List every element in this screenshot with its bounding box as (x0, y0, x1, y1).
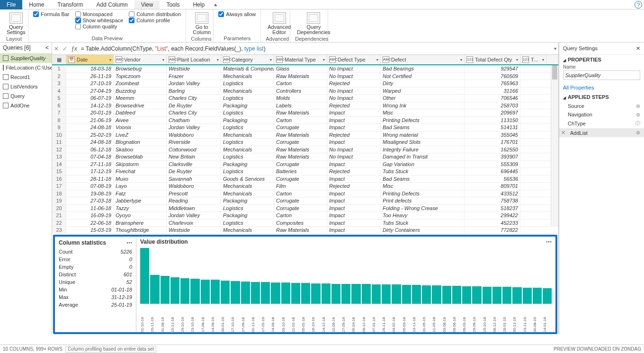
table-row[interactable]: 506-07-19MeemmCharles CityLogisticsMolds… (52, 95, 558, 102)
bar (462, 286, 471, 304)
filter-icon[interactable]: ▾ (270, 58, 272, 62)
table-row[interactable]: 1628-11-18MuxoSavannahGoods & ServicesCo… (52, 176, 558, 183)
properties-header[interactable]: ◢PROPERTIES (559, 55, 644, 64)
menu-file[interactable]: File (0, 0, 22, 9)
chk-column-profile[interactable]: Column profile (129, 18, 181, 23)
table-row[interactable]: 327-10-19ZoombeatJordan ValleyLogisticsC… (52, 80, 558, 88)
column-header-date[interactable]: 📅Date▾ (66, 55, 114, 64)
expand-formula-icon[interactable]: ▾ (554, 46, 556, 51)
fx-icon[interactable]: ƒx (71, 45, 77, 52)
applied-step-chtype[interactable]: ChTypeⓘ (559, 119, 644, 128)
filter-icon[interactable]: ▾ (109, 58, 111, 62)
stat-row: Error0 (59, 256, 132, 262)
table-row[interactable]: 2011-06-18TazzyMiddletownLogisticsCorrug… (52, 205, 558, 212)
chk-always-allow[interactable]: Always allow (218, 11, 256, 17)
vertical-scrollbar[interactable] (551, 65, 558, 226)
filter-icon[interactable]: ▾ (516, 58, 518, 62)
table-row[interactable]: 1819-08-19FatzPrescottMechanicalsCartonI… (52, 190, 558, 198)
chk-formula-bar[interactable]: Formula Bar (33, 11, 70, 17)
chk-column-distribution[interactable]: Column distribution (129, 11, 181, 17)
stats-more-icon[interactable]: ⋯ (126, 239, 132, 246)
applied-step-source[interactable]: Source⚙ (559, 102, 644, 110)
applied-step-addlist[interactable]: ✕AddList⚙ (559, 128, 644, 137)
column-header-category[interactable]: ABCCategory▾ (221, 55, 274, 64)
advanced-editor-button[interactable]: Advanced Editor (266, 11, 293, 36)
table-row[interactable]: 226-11-19TopiczoomFrazerMechanicalsRaw M… (52, 73, 558, 80)
gear-icon[interactable]: ⚙ (636, 104, 640, 109)
commit-icon[interactable]: ✓ (63, 45, 67, 52)
chk-column-quality[interactable]: Column quality (75, 24, 124, 29)
query-item-4[interactable]: Query (0, 91, 52, 101)
table-row[interactable]: 1307-04-18BrowseblabNew BritainLogistics… (52, 153, 558, 161)
filter-icon[interactable]: ▾ (323, 58, 325, 62)
table-row[interactable]: 1707-08-19LayoWaldoboroMechanicalsFilmRe… (52, 183, 558, 190)
table-row[interactable]: 821-06-19AiveeChathamPackagingCartonImpa… (52, 117, 558, 124)
collapse-icon[interactable]: < (45, 44, 49, 51)
menu-help[interactable]: Help (186, 0, 211, 9)
row-number: 12 (52, 146, 66, 153)
menu-addcolumn[interactable]: Add Column (90, 0, 134, 9)
table-row[interactable]: 427-04-19BuzzdogBarlingMechanicalsContro… (52, 88, 558, 95)
delete-step-icon[interactable]: ✕ (561, 130, 565, 136)
query-item-0[interactable]: SupplierQuality (0, 53, 52, 63)
table-row[interactable]: 614-12-19BrowsedriveDe RuyterPackagingLa… (52, 102, 558, 110)
column-header-total-defect-qty[interactable]: 123Total Defect Qty▾ (465, 55, 520, 64)
dist-more-icon[interactable]: ⋯ (546, 238, 552, 245)
chk-monospaced[interactable]: Monospaced (75, 11, 124, 17)
table-row[interactable]: 1025-02-19LiveZWaldoboroMechanicalsRaw M… (52, 132, 558, 139)
axis-label: 25-10-18 (483, 305, 492, 332)
filter-icon[interactable]: ▾ (542, 58, 544, 62)
query-item-1[interactable]: FileLocation (C:\Users... (0, 63, 52, 72)
table-row[interactable]: 118-03-18BrowsebugWestsideMaterials & Co… (52, 65, 558, 73)
table-row[interactable]: 1427-11-18SkipstormClarksvillePackagingC… (52, 161, 558, 168)
cancel-icon[interactable]: ✕ (54, 45, 59, 52)
column-header-defect-type[interactable]: ABCDefect Type▾ (327, 55, 381, 64)
menu-tools[interactable]: Tools (160, 0, 186, 9)
row-header-corner[interactable]: ▦ (52, 55, 66, 64)
menu-home[interactable]: Home (22, 0, 51, 9)
menu-transform[interactable]: Transform (51, 0, 89, 9)
cell: Savannah (167, 176, 221, 183)
help-icon[interactable]: ? (635, 1, 642, 9)
table-row[interactable]: 1927-03-18JabbertypeReadingPackagingCorr… (52, 197, 558, 205)
table-row[interactable]: 1124-08-18BlognationRiversideLogisticsCo… (52, 139, 558, 146)
gear-icon[interactable]: ⚙ (636, 130, 640, 135)
table-row[interactable]: 2315-03-19ThoughtbridgeWestsideMechanica… (52, 227, 558, 234)
filter-icon[interactable]: ▾ (460, 58, 462, 62)
collapse-ribbon-icon[interactable]: ▲ (211, 2, 220, 7)
gear-icon[interactable]: ⚙ (636, 112, 640, 117)
table-row[interactable]: 1517-12-19FivechatDe RuyterLogisticsBatt… (52, 168, 558, 176)
column-header-material-type[interactable]: ABCMaterial Type▾ (274, 55, 327, 64)
info-icon[interactable]: ⓘ (635, 120, 640, 127)
type-icon: ABC (223, 56, 230, 63)
query-name-input[interactable]: SupplierQuality (563, 71, 640, 80)
query-item-3[interactable]: ListVendors (0, 82, 52, 91)
query-item-2[interactable]: Record1 (0, 72, 52, 82)
table-row[interactable]: 2116-09-19OyoyoJordan ValleyPackagingCar… (52, 212, 558, 220)
filter-icon[interactable]: ▾ (217, 58, 219, 62)
query-settings-button[interactable]: Query Settings (5, 11, 27, 36)
cell: 28-11-18 (66, 176, 114, 183)
query-item-5[interactable]: AddOne (0, 101, 52, 110)
table-row[interactable]: 720-01-19DabfeedCharles CityLogisticsRaw… (52, 109, 558, 117)
applied-step-navigation[interactable]: Navigation⚙ (559, 110, 644, 119)
chk-show-whitespace[interactable]: Show whitespace (75, 18, 124, 23)
all-properties-link[interactable]: All Properties (559, 83, 644, 92)
go-to-column-button[interactable]: Go to Column (191, 11, 213, 36)
filter-icon[interactable]: ▾ (376, 58, 378, 62)
table-row[interactable]: 1206-12-18SkabooCottonwoodMechanicalsRaw… (52, 146, 558, 154)
column-header-defect[interactable]: ABCDefect▾ (381, 55, 465, 64)
menu-view[interactable]: View (134, 0, 160, 9)
column-header-plant-location[interactable]: ABCPlant Location▾ (167, 55, 221, 64)
table-row[interactable]: 924-08-18VoonixJordan ValleyLogisticsCor… (52, 124, 558, 132)
column-header-vendor[interactable]: ABCVendor▾ (114, 55, 167, 64)
formula-bar[interactable]: ✕ ✓ ƒx = Table.AddColumn(ChType, "List",… (52, 43, 558, 55)
table-row[interactable]: 2222-06-18BrainsphereCharlevoixLogistics… (52, 220, 558, 227)
filter-icon[interactable]: ▾ (162, 58, 164, 62)
query-deps-button[interactable]: Query Dependencies (295, 11, 332, 36)
applied-steps-header[interactable]: ◢APPLIED STEPS (559, 92, 644, 102)
close-settings-icon[interactable]: ✕ (636, 45, 640, 52)
column-header-total-dow...[interactable]: 123Total Dow...▾ (520, 55, 546, 64)
status-profiling[interactable]: Column profiling based on entire data se… (65, 346, 156, 353)
cell: Impact (327, 220, 381, 227)
